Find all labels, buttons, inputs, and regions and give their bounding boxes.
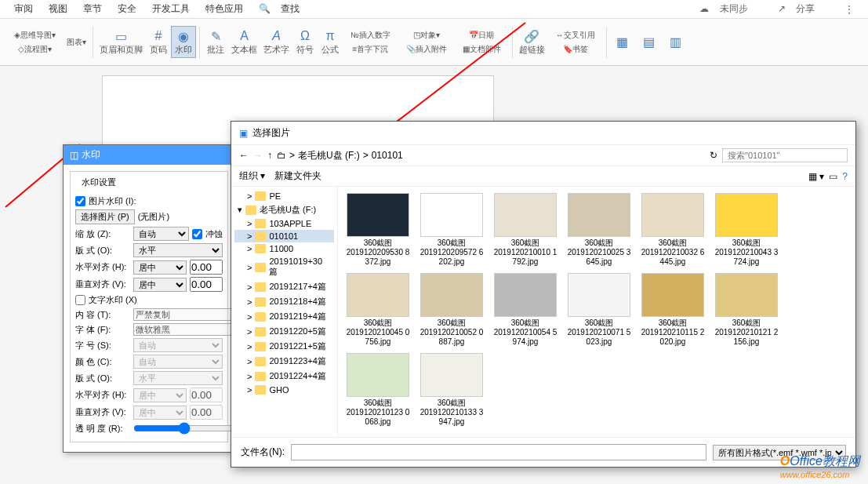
docpart-button[interactable]: ▦ 文档部件 [459,42,504,56]
img-watermark-checkbox[interactable] [75,196,85,206]
view2-icon[interactable]: ▤ [637,33,662,52]
scale-select[interactable]: 自动 [133,227,189,241]
wordart-button[interactable]: A艺术字 [260,27,292,57]
tree-item[interactable]: > 20191219+4篇 [234,309,334,324]
nav-fwd-icon[interactable]: → [253,150,263,161]
tree-item[interactable]: > 11000 [234,242,334,255]
tree-item[interactable]: > 20191223+4篇 [234,354,334,369]
layout2-select: 水平 [133,371,223,385]
mindmap-button[interactable]: ◈ 思维导图 ▾ [11,28,59,42]
file-item[interactable]: 360截图2019120209530 8372.jpg [344,193,412,267]
new-folder-button[interactable]: 新建文件夹 [274,169,321,183]
filename-input[interactable] [291,444,706,460]
file-item[interactable]: 360截图2019120210052 0887.jpg [418,273,485,347]
attach-button[interactable]: 📎 插入附件 [403,42,450,56]
tree-item[interactable]: > 010101 [234,230,334,242]
content-input [133,308,246,321]
preview-pane-icon[interactable]: ▭ [829,171,837,182]
file-grid[interactable]: 360截图2019120209530 8372.jpg360截图20191202… [338,187,855,437]
h-offset-input[interactable] [190,260,223,275]
wash-checkbox[interactable] [192,229,202,239]
comment-button[interactable]: ✎批注 [203,27,228,57]
fontsize-select: 自动 [133,338,223,352]
workspace: ◫ 水印 水印设置 图片水印 (I): 选择图片 (P)(无图片) 缩 放 (Z… [0,66,868,484]
settings-label: 水印设置 [78,176,119,188]
tree-item[interactable]: > 103APPLE [234,217,334,230]
search-input[interactable] [722,148,848,162]
valign-select[interactable]: 居中 [133,278,187,292]
file-item[interactable]: 360截图2019120210043 3724.jpg [713,193,780,267]
menu-view[interactable]: 视图 [49,2,67,16]
charts-button[interactable]: 图表 ▾ [64,35,89,49]
file-item[interactable]: 360截图2019120210123 0068.jpg [344,353,412,427]
nav-up-icon[interactable]: ↑ [267,150,272,161]
v-offset2-input [190,405,223,420]
file-dialog-title: 选择图片 [252,126,290,140]
folder-icon: 🗀 [277,150,286,161]
select-image-button[interactable]: 选择图片 (P) [75,209,135,224]
file-item[interactable]: 360截图2019120210045 0756.jpg [344,273,412,347]
more-icon[interactable]: ⋮ [844,4,854,15]
tree-item[interactable]: ▾ 老毛桃U盘 (F:) [234,202,334,217]
dropcap-button[interactable]: ≡ 首字下沉 [349,42,391,56]
tree-item[interactable]: > PE [234,190,334,202]
help-icon[interactable]: ? [842,171,848,182]
tree-item[interactable]: > GHO [234,384,334,396]
header-footer-button[interactable]: ▭页眉和页脚 [96,27,146,57]
watermark-button[interactable]: ◉水印 [171,26,196,58]
font-input [133,323,246,336]
view-mode-icon[interactable]: ▦ ▾ [808,171,824,182]
h-offset2-input [190,388,223,402]
ribbon-toolbar: ◈ 思维导图 ▾ ◇ 流程图 ▾ 图表 ▾ ▭页眉和页脚 #页码 ◉水印 ✎批注… [0,19,868,66]
tree-item[interactable]: > 20191220+5篇 [234,324,334,339]
file-item[interactable]: 360截图2019120209572 6202.jpg [418,193,485,267]
color-select: 自动 [133,355,223,369]
insert-number-button[interactable]: № 插入数字 [347,28,394,42]
share-button[interactable]: ↗ 分享 [778,2,823,16]
tree-item[interactable]: > 20191221+5篇 [234,339,334,354]
page-number-button[interactable]: #页码 [146,27,171,57]
organize-button[interactable]: 组织 ▾ [239,169,265,183]
menubar: 审阅 视图 章节 安全 开发工具 特色应用 🔍 查找 ☁ 未同步 ↗ 分享 ⋮ [0,0,868,19]
tree-item[interactable]: > 20191224+4篇 [234,369,334,384]
refresh-icon[interactable]: ↻ [710,150,717,161]
view3-icon[interactable]: ▥ [663,33,688,52]
bookmark-button[interactable]: 🔖 书签 [560,42,591,56]
file-item[interactable]: 360截图2019120210010 1792.jpg [492,193,559,267]
breadcrumb[interactable]: 🗀 > 老毛桃U盘 (F:) > 010101 [277,149,705,162]
img-watermark-label: 图片水印 (I): [89,195,143,207]
menu-devtools[interactable]: 开发工具 [152,2,190,16]
file-item[interactable]: 360截图2019120210115 2020.jpg [639,273,706,347]
nav-back-icon[interactable]: ← [239,150,249,161]
textbox-button[interactable]: A文本框 [228,27,260,57]
equation-button[interactable]: π公式 [318,27,343,57]
menu-safety[interactable]: 安全 [118,2,136,16]
opacity-slider[interactable] [133,422,234,435]
grid-view-icon[interactable]: ▦ [610,33,635,52]
file-item[interactable]: 360截图2019120210133 3947.jpg [418,353,485,427]
tree-item[interactable]: > 20191019+30篇 [234,255,334,279]
text-watermark-checkbox[interactable] [75,295,85,305]
layout-select[interactable]: 水平 [133,243,223,257]
file-item[interactable]: 360截图2019120210071 5023.jpg [565,273,633,347]
search-icon[interactable]: 🔍 查找 [259,2,307,16]
file-item[interactable]: 360截图2019120210121 2156.jpg [713,273,780,347]
date-button[interactable]: 📅 日期 [466,28,497,42]
crossref-button[interactable]: ↔ 交叉引用 [553,28,598,42]
symbol-button[interactable]: Ω符号 [292,27,318,57]
hyperlink-button[interactable]: 🔗超链接 [516,27,548,57]
halign-select[interactable]: 居中 [133,260,187,275]
tree-item[interactable]: > 20191217+4篇 [234,279,334,294]
menu-review[interactable]: 审阅 [14,2,33,16]
tree-item[interactable]: > 20191218+4篇 [234,294,334,309]
file-item[interactable]: 360截图2019120210025 3645.jpg [565,193,633,267]
v-offset-input[interactable] [190,277,223,292]
menu-chapter[interactable]: 章节 [83,2,102,16]
folder-tree[interactable]: > PE▾ 老毛桃U盘 (F:)> 103APPLE> 010101> 1100… [231,187,338,437]
file-item[interactable]: 360截图2019120210032 6445.jpg [639,193,706,267]
object-button[interactable]: ◳ 对象 ▾ [410,28,443,42]
sync-status[interactable]: ☁ 未同步 [699,2,755,16]
file-item[interactable]: 360截图2019120210054 5974.jpg [492,273,559,347]
flowchart-button[interactable]: ◇ 流程图 ▾ [15,42,55,56]
menu-special[interactable]: 特色应用 [205,2,243,16]
